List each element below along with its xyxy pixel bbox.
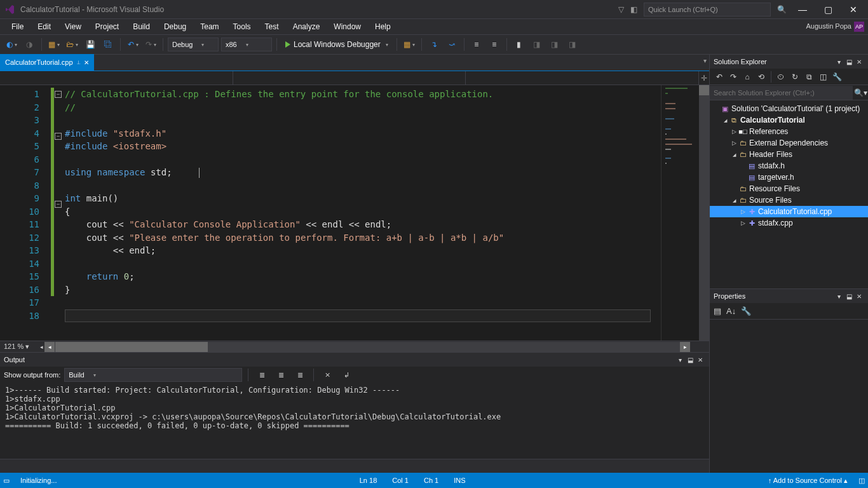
quick-launch-input[interactable]: Quick Launch (Ctrl+Q)	[644, 3, 771, 17]
window-position-icon[interactable]: ▾	[675, 356, 685, 363]
nav-member-combo[interactable]	[466, 71, 699, 85]
next-icon[interactable]: ≣	[292, 367, 308, 383]
back-icon[interactable]: ↶	[714, 72, 725, 81]
redo-button[interactable]: ↷	[143, 37, 158, 52]
save-button[interactable]: 💾	[83, 37, 98, 52]
tree-item[interactable]: ✚CalculatorTutorial.cpp	[710, 206, 868, 217]
step-into-button[interactable]: ↴	[426, 37, 442, 52]
split-icon[interactable]: ✛	[699, 71, 709, 85]
menu-file[interactable]: File	[5, 20, 30, 33]
tab-dropdown-icon[interactable]: ▾	[703, 57, 707, 64]
solution-search-input[interactable]	[710, 86, 853, 100]
menu-team[interactable]: Team	[194, 20, 225, 33]
close-tab-icon[interactable]: ✕	[84, 59, 89, 66]
forward-icon[interactable]: ↷	[728, 72, 739, 81]
undo-button[interactable]: ↶	[125, 37, 140, 52]
tree-item[interactable]: ▤targetver.h	[710, 172, 868, 183]
bookmark-button[interactable]: ◨	[529, 37, 545, 52]
platform-combo[interactable]: x86	[221, 37, 272, 51]
zoom-combo[interactable]: 121 % ▾	[0, 342, 38, 351]
menu-edit[interactable]: Edit	[31, 20, 57, 33]
process-button[interactable]: ▦	[402, 37, 417, 52]
clear-icon[interactable]: ⨯	[320, 367, 335, 383]
tree-item[interactable]: ▣Solution 'CalculatorTutorial' (1 projec…	[710, 103, 868, 114]
comment-button[interactable]: ▮	[512, 37, 527, 52]
tree-item[interactable]: ✚stdafx.cpp	[710, 217, 868, 229]
properties-icon[interactable]: 🔧	[831, 72, 843, 81]
save-all-button[interactable]: ⿻	[100, 37, 116, 52]
menu-window[interactable]: Window	[327, 20, 367, 33]
props-close-icon[interactable]: ✕	[854, 293, 864, 300]
collapse-icon[interactable]: ⧉	[803, 72, 815, 81]
pending-icon[interactable]: ⏲	[775, 72, 787, 81]
show-all-icon[interactable]: ◫	[817, 72, 829, 81]
menu-view[interactable]: View	[58, 20, 88, 33]
new-project-button[interactable]: ▦	[46, 37, 62, 52]
code-editor[interactable]: 123456789101112131415161718 −−− // Calcu…	[0, 85, 709, 341]
user-name[interactable]: Augustin PopaAP	[802, 20, 868, 34]
output-text[interactable]: 1>------ Build started: Project: Calcula…	[0, 383, 709, 459]
pin-icon[interactable]: ⬓	[685, 356, 695, 363]
fold-toggle[interactable]: −	[55, 91, 62, 98]
maximize-button[interactable]: ▢	[818, 4, 837, 15]
notifications-status-icon[interactable]: ◫	[855, 477, 868, 485]
vertical-scrollbar[interactable]	[699, 85, 709, 341]
minimize-button[interactable]: —	[793, 4, 812, 15]
tree-item[interactable]: ■□References	[710, 126, 868, 137]
horizontal-scrollbar[interactable]: ◂▸	[44, 342, 690, 352]
panel-position-icon[interactable]: ▾	[834, 58, 844, 65]
nav-scope-combo[interactable]	[0, 71, 233, 85]
sync-icon[interactable]: ⟲	[756, 72, 767, 81]
forward-button[interactable]: ◑	[22, 37, 37, 52]
source-control-button[interactable]: ↑ Add to Source Control ▴	[761, 477, 855, 485]
tab-calculatortutorial[interactable]: CalculatorTutorial.cpp ⟂ ✕	[0, 54, 94, 71]
open-button[interactable]: 🗁	[64, 37, 80, 52]
output-from-combo[interactable]: Build	[64, 368, 242, 382]
close-button[interactable]: ✕	[844, 4, 863, 15]
props-position-icon[interactable]: ▾	[834, 293, 844, 300]
configuration-combo[interactable]: Debug	[168, 37, 219, 51]
tree-item[interactable]: 🗀Header Files	[710, 149, 868, 160]
menu-project[interactable]: Project	[89, 20, 125, 33]
wrap-icon[interactable]: ↲	[339, 367, 354, 383]
menu-help[interactable]: Help	[369, 20, 397, 33]
alphabetical-icon[interactable]: A↓	[726, 306, 736, 316]
close-panel-icon[interactable]: ✕	[695, 356, 705, 363]
notifications-icon[interactable]: ▽	[618, 5, 624, 14]
home-icon[interactable]: ⌂	[742, 72, 753, 81]
prev-icon[interactable]: ≣	[273, 367, 288, 383]
feedback-icon[interactable]: ◧	[630, 5, 637, 14]
bookmark2-button[interactable]: ◨	[547, 37, 562, 52]
menu-analyze[interactable]: Analyze	[287, 20, 327, 33]
step-over-button[interactable]: ⤻	[444, 37, 459, 52]
nav-type-combo[interactable]	[233, 71, 466, 85]
tree-item[interactable]: ▤stdafx.h	[710, 160, 868, 172]
panel-close-icon[interactable]: ✕	[854, 58, 864, 65]
pin-icon[interactable]: ⟂	[77, 59, 80, 65]
bookmark3-button[interactable]: ◨	[565, 37, 580, 52]
tasks-icon[interactable]: ▭	[0, 477, 13, 485]
minimap[interactable]	[661, 85, 699, 341]
menu-debug[interactable]: Debug	[158, 20, 193, 33]
wrench-icon[interactable]: 🔧	[741, 306, 751, 316]
panel-pin-icon[interactable]: ⬓	[844, 58, 854, 65]
indent-right-button[interactable]: ≡	[487, 37, 502, 52]
tree-item[interactable]: 🗀External Dependencies	[710, 137, 868, 149]
tree-item[interactable]: ⧉CalculatorTutorial	[710, 114, 868, 126]
menu-tools[interactable]: Tools	[227, 20, 257, 33]
indent-left-button[interactable]: ≡	[469, 37, 484, 52]
fold-toggle[interactable]: −	[55, 133, 62, 140]
start-debugger-button[interactable]: Local Windows Debugger ▾	[281, 37, 392, 52]
props-pin-icon[interactable]: ⬓	[844, 293, 854, 300]
search-icon[interactable]: 🔍	[777, 5, 787, 14]
fold-toggle[interactable]: −	[55, 201, 62, 208]
refresh-icon[interactable]: ↻	[789, 72, 801, 81]
tree-item[interactable]: 🗀Resource Files	[710, 183, 868, 194]
find-icon[interactable]: ≣	[254, 367, 269, 383]
search-icon[interactable]: 🔍▾	[853, 88, 868, 97]
back-button[interactable]: ◐	[4, 37, 19, 52]
categorized-icon[interactable]: ▤	[714, 306, 721, 316]
menu-build[interactable]: Build	[126, 20, 156, 33]
menu-test[interactable]: Test	[259, 20, 285, 33]
tree-item[interactable]: 🗀Source Files	[710, 194, 868, 206]
